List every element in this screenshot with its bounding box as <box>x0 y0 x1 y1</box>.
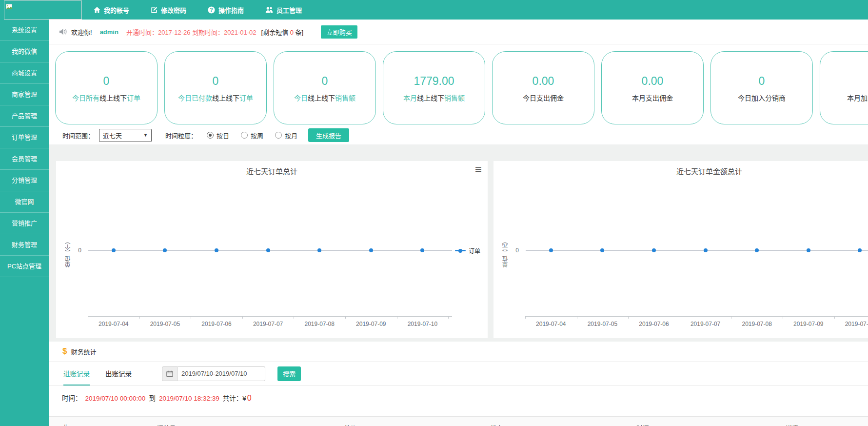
x-axis-tick <box>731 316 731 319</box>
nav-item-操作指南[interactable]: ?操作指南 <box>208 5 244 15</box>
order-amount-chart-panel: 近七天订单金额总计 ≡ 单位（元） 0 2019-07-042019-07-05… <box>493 161 868 338</box>
sidebar-item-PC站点管理[interactable]: PC站点管理 <box>0 256 49 277</box>
radio-button[interactable] <box>241 132 248 139</box>
help-icon: ? <box>208 6 215 14</box>
username: admin <box>100 28 118 36</box>
finance-time-summary: 时间： 2019/07/10 00:00:00 到 2019/07/10 18:… <box>49 386 868 403</box>
x-axis-label: 2019-07-06 <box>628 321 680 327</box>
sidebar-item-产品管理[interactable]: 产品管理 <box>0 105 49 127</box>
stat-card: 1本月加入分销商 <box>820 51 868 124</box>
finance-section: $ 财务统计 进账记录出账记录 搜索 时间： 2019/07/10 00:00:… <box>49 342 868 426</box>
nav-item-label: 修改密码 <box>161 5 186 15</box>
sidebar-item-微官网[interactable]: 微官网 <box>0 191 49 213</box>
sidebar-item-营销推广[interactable]: 营销推广 <box>0 213 49 234</box>
x-axis-tick <box>345 316 346 319</box>
tab-出账记录[interactable]: 出账记录 <box>105 362 132 385</box>
x-axis-label: 2019-07-10 <box>397 321 449 327</box>
x-axis-tick <box>448 316 449 319</box>
date-range-group <box>162 366 265 381</box>
sidebar: 系统设置我的微信商城设置商家管理产品管理订单管理会员管理分销管理微官网营销推广财… <box>0 20 49 426</box>
table-header-单价: 单价 <box>344 423 356 426</box>
radio-button[interactable] <box>275 132 282 139</box>
radio-button[interactable] <box>207 132 214 139</box>
x-axis-tick <box>242 316 243 319</box>
granularity-label: 时间粒度： <box>165 131 197 140</box>
x-axis-tick <box>139 316 140 319</box>
logo-broken-image-icon <box>6 2 12 11</box>
nav-item-label: 我的帐号 <box>104 5 129 15</box>
x-axis-label: 2019-07-04 <box>88 321 139 327</box>
x-axis-label: 2019-07-09 <box>783 321 834 327</box>
welcome-greeting: 欢迎你! <box>71 27 92 37</box>
radio-按周[interactable]: 按周 <box>241 131 263 140</box>
date-range-input[interactable] <box>178 366 265 381</box>
sidebar-item-分销管理[interactable]: 分销管理 <box>0 170 49 191</box>
sidebar-item-商家管理[interactable]: 商家管理 <box>0 84 49 105</box>
stat-card: 0.00本月支出佣金 <box>601 51 704 124</box>
sidebar-item-商城设置[interactable]: 商城设置 <box>0 62 49 84</box>
sidebar-item-财务管理[interactable]: 财务管理 <box>0 234 49 256</box>
series-line <box>88 250 452 251</box>
stat-label: 今日线上线下销售额 <box>294 93 355 102</box>
data-point <box>755 248 759 252</box>
x-axis-label: 2019-07-04 <box>525 321 577 327</box>
x-axis-label: 2019-07-05 <box>577 321 629 327</box>
stat-card: 1779.00本月线上线下销售额 <box>383 51 485 124</box>
sidebar-item-系统设置[interactable]: 系统设置 <box>0 20 49 41</box>
time-from: 2019/07/10 00:00:00 <box>85 395 146 402</box>
generate-report-button[interactable]: 生成报告 <box>308 128 349 142</box>
sidebar-item-我的微信[interactable]: 我的微信 <box>0 41 49 62</box>
stat-cards: 0今日所有线上线下订单0今日已付款线上线下订单0今日线上线下销售额1779.00… <box>55 51 868 124</box>
nav-item-员工管理[interactable]: 员工管理 <box>265 5 302 15</box>
time-range-select[interactable]: 近七天 <box>99 129 152 142</box>
edit-icon <box>151 6 158 13</box>
stat-label: 今日已付款线上线下订单 <box>178 93 253 102</box>
nav-item-label: 员工管理 <box>276 5 302 15</box>
total-label: 共计：¥ <box>223 393 246 403</box>
speaker-icon <box>59 28 67 36</box>
stat-card: 0今日加入分销商 <box>710 51 813 124</box>
x-axis-label: 2019-07-06 <box>191 321 242 327</box>
data-point <box>266 248 270 252</box>
welcome-bar: 欢迎你! admin 开通时间：2017-12-26 到期时间：2021-01-… <box>49 20 868 44</box>
sidebar-item-会员管理[interactable]: 会员管理 <box>0 148 49 170</box>
time-range-value: 近七天 <box>103 131 122 140</box>
chart-title: 近七天订单总计 <box>56 166 488 176</box>
sms-prefix: [剩余短信 <box>261 29 290 36</box>
x-axis-label: 2019-07-07 <box>680 321 731 327</box>
users-icon <box>265 6 273 13</box>
stat-value: 0 <box>322 74 328 88</box>
search-button[interactable]: 搜索 <box>277 366 301 381</box>
finance-table-header: #订单号单价状态时间详情 <box>49 416 868 426</box>
x-axis-tick <box>294 316 294 319</box>
table-header-详情: 详情 <box>786 423 798 426</box>
topbar-nav: 我的帐号修改密码?操作指南员工管理 <box>94 0 302 20</box>
radio-label: 按月 <box>285 131 297 140</box>
legend-label: 订单 <box>469 246 480 255</box>
stat-card: 0.00今日支出佣金 <box>492 51 594 124</box>
calendar-icon[interactable] <box>162 366 178 381</box>
buy-now-button[interactable]: 立即购买 <box>321 25 357 39</box>
x-axis-label: 2019-07-08 <box>731 321 783 327</box>
series-line <box>526 250 868 251</box>
nav-item-修改密码[interactable]: 修改密码 <box>151 5 186 15</box>
data-point <box>807 248 810 252</box>
x-axis-label: 2019-07-09 <box>345 321 397 327</box>
stat-value: 0 <box>103 74 110 88</box>
chart-title: 近七天订单金额总计 <box>493 166 868 176</box>
radio-按日[interactable]: 按日 <box>207 131 229 140</box>
stat-value: 0.00 <box>642 74 664 88</box>
tab-进账记录[interactable]: 进账记录 <box>63 362 90 385</box>
time-range-label: 时间范围： <box>62 131 94 140</box>
chart-legend[interactable]: 订单 <box>455 246 480 255</box>
nav-item-我的帐号[interactable]: 我的帐号 <box>94 5 129 15</box>
orders-chart-panel: 近七天订单总计 ≡ 单位（个） 0 2019-07-042019-07-0520… <box>56 161 488 338</box>
data-point <box>652 248 656 252</box>
chart-menu-icon[interactable]: ≡ <box>475 162 482 177</box>
total-value: 0 <box>247 394 252 403</box>
sidebar-item-订单管理[interactable]: 订单管理 <box>0 127 49 148</box>
radio-按月[interactable]: 按月 <box>275 131 297 140</box>
table-header-#: # <box>63 423 67 426</box>
finance-tabs-row: 进账记录出账记录 搜索 <box>49 362 868 386</box>
radio-label: 按周 <box>251 131 263 140</box>
